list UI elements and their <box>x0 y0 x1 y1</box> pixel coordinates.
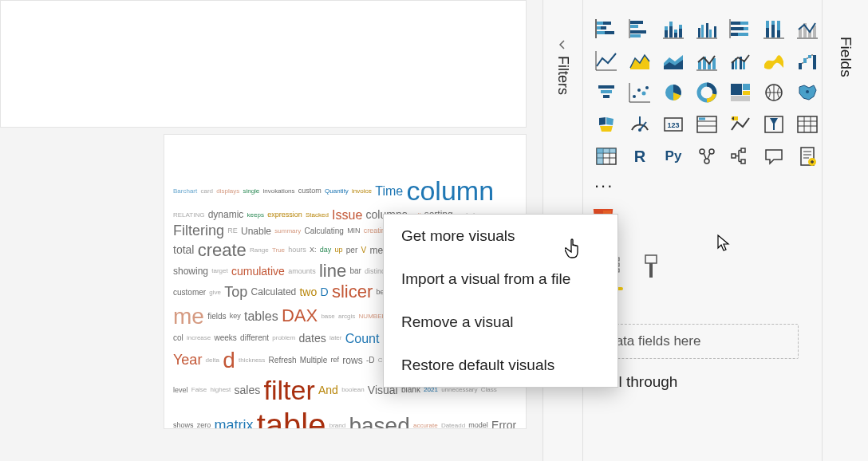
viz-stacked-column-icon[interactable] <box>658 14 688 43</box>
svg-point-65 <box>806 90 809 93</box>
cursor-arrow-icon <box>716 234 731 255</box>
wordcloud-word: slicer <box>332 282 373 302</box>
viz-shape-map-icon[interactable] <box>591 110 621 139</box>
more-visuals-button[interactable]: ··· <box>591 171 814 201</box>
viz-filled-map-icon[interactable] <box>792 78 823 107</box>
viz-scatter-icon[interactable] <box>625 78 655 107</box>
viz-gauge-icon[interactable] <box>625 110 655 139</box>
viz-line-icon[interactable] <box>591 46 621 75</box>
viz-kpi-icon[interactable] <box>725 110 756 139</box>
viz-stacked-bar-100-icon[interactable] <box>725 14 756 43</box>
wordcloud-word: matrix <box>215 417 254 429</box>
viz-key-influencers-icon[interactable] <box>692 142 722 171</box>
wordcloud-word: weeks <box>215 333 237 343</box>
svg-rect-15 <box>669 22 673 26</box>
svg-rect-14 <box>665 26 668 30</box>
wordcloud-word: Unable <box>241 226 271 237</box>
filters-panel-label: Filters <box>554 56 571 95</box>
wordcloud-word: tables <box>244 309 278 324</box>
visualizations-gallery: 123RPy <box>591 14 814 171</box>
wordcloud-word: displays <box>216 187 239 195</box>
visual-tile-empty[interactable] <box>0 0 527 128</box>
viz-ribbon-icon[interactable] <box>759 46 789 75</box>
svg-rect-52 <box>601 90 612 93</box>
values-dropzone[interactable]: d data fields here <box>591 324 799 359</box>
viz-clustered-column-icon[interactable] <box>692 14 722 43</box>
svg-rect-16 <box>674 30 677 33</box>
svg-rect-50 <box>813 55 816 69</box>
wordcloud-word: amounts <box>288 267 316 276</box>
wordcloud-word: later <box>329 334 342 342</box>
wordcloud-word: keeps <box>247 211 264 219</box>
viz-donut-icon[interactable] <box>692 78 722 107</box>
wordcloud-word: hours <box>288 246 306 254</box>
viz-treemap-icon[interactable] <box>725 78 756 107</box>
menu-remove-visual[interactable]: Remove a visual <box>384 301 617 344</box>
wordcloud-word: thickness <box>239 357 265 364</box>
viz-funnel-icon[interactable] <box>591 78 621 107</box>
wordcloud-word: Filtering <box>173 223 224 240</box>
svg-point-66 <box>638 128 641 132</box>
svg-point-54 <box>633 95 636 98</box>
viz-line-clustered-col-icon[interactable] <box>725 46 756 75</box>
wordcloud-word: filter <box>264 374 315 407</box>
viz-paginated-icon[interactable] <box>792 142 823 171</box>
svg-rect-4 <box>597 26 601 30</box>
svg-rect-61 <box>743 84 750 90</box>
svg-rect-80 <box>732 154 736 158</box>
wordcloud-word: column <box>406 175 494 207</box>
wordcloud-word: card <box>200 187 213 195</box>
viz-python-visual-icon[interactable]: Py <box>658 142 688 171</box>
wordcloud-word: me <box>173 303 204 330</box>
wordcloud-word: RELATING <box>173 211 204 219</box>
viz-clustered-bar-icon[interactable] <box>625 14 655 43</box>
wordcloud-word: Range <box>250 246 269 254</box>
wordcloud-word: invoice <box>352 187 372 195</box>
viz-waterfall-icon[interactable] <box>792 46 823 75</box>
wordcloud-word: -D <box>366 356 375 365</box>
viz-stacked-column-100-icon[interactable] <box>759 14 789 43</box>
wordcloud-word: Top <box>224 284 247 301</box>
viz-bar-line-icon[interactable] <box>792 14 823 43</box>
svg-rect-22 <box>714 26 716 37</box>
svg-rect-53 <box>603 95 610 98</box>
wordcloud-word: X: <box>310 246 317 254</box>
svg-rect-60 <box>731 84 742 95</box>
viz-card-icon[interactable]: 123 <box>658 110 688 139</box>
viz-matrix-icon[interactable] <box>591 142 621 171</box>
viz-slicer-icon[interactable] <box>759 110 789 139</box>
wordcloud-word: level <box>173 386 188 395</box>
wordcloud-word: Issue <box>332 207 362 223</box>
svg-rect-48 <box>803 58 807 63</box>
wordcloud-word: cumulative <box>231 265 285 278</box>
wordcloud-word: per <box>346 246 357 255</box>
wordcloud-word: single <box>243 187 259 195</box>
viz-table-icon[interactable] <box>792 110 823 139</box>
viz-area-icon[interactable] <box>625 46 655 75</box>
viz-qna-icon[interactable] <box>759 142 789 171</box>
format-tab-button[interactable] <box>639 254 665 286</box>
viz-decomposition-icon[interactable] <box>725 142 756 171</box>
wordcloud-word: dynamic <box>208 209 244 220</box>
wordcloud-word: invokations <box>263 187 295 195</box>
wordcloud-word: delta <box>206 357 219 364</box>
viz-r-visual-icon[interactable]: R <box>625 142 655 171</box>
wordcloud-word: customer <box>173 288 206 297</box>
svg-point-56 <box>642 92 646 96</box>
svg-rect-32 <box>771 25 775 37</box>
fields-panel-collapsed[interactable]: Fields <box>822 0 868 461</box>
viz-stacked-area-icon[interactable] <box>658 46 688 75</box>
wordcloud-word: up <box>335 246 343 254</box>
wordcloud-word: ref <box>331 356 340 364</box>
wordcloud-word: create <box>198 240 247 261</box>
wordcloud-word: d <box>223 347 235 374</box>
menu-restore-default-visuals[interactable]: Restore default visuals <box>384 344 617 387</box>
wordcloud-word: V <box>361 246 366 255</box>
wordcloud-word: False <box>191 386 207 394</box>
viz-multi-card-icon[interactable] <box>692 110 722 139</box>
viz-pie-icon[interactable] <box>658 78 688 107</box>
viz-line-stacked-col-icon[interactable] <box>692 46 722 75</box>
wordcloud-word: summary <box>274 227 301 235</box>
viz-map-icon[interactable] <box>759 78 789 107</box>
viz-stacked-bar-icon[interactable] <box>591 14 621 43</box>
